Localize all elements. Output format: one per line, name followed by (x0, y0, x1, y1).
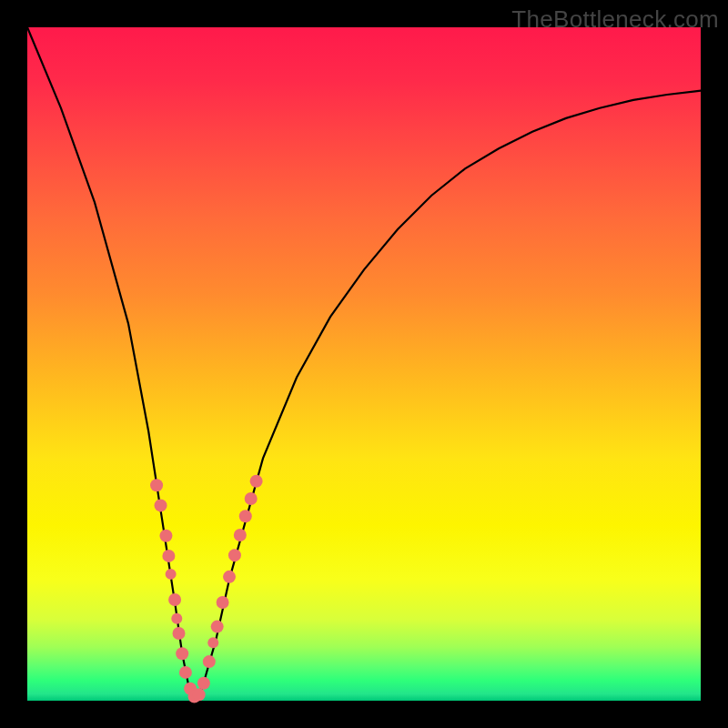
marker-dot (173, 627, 186, 640)
marker-cluster (150, 475, 263, 703)
marker-dot (179, 666, 192, 679)
marker-dot (211, 621, 224, 633)
marker-dot (217, 596, 229, 609)
marker-dot (193, 688, 206, 701)
bottleneck-curve (27, 27, 701, 701)
marker-dot (162, 550, 175, 562)
marker-dot (250, 475, 263, 488)
marker-dot (168, 593, 181, 606)
marker-dot (150, 479, 163, 491)
marker-dot (239, 510, 252, 522)
marker-dot (234, 529, 247, 541)
curve-svg (27, 27, 701, 701)
marker-dot (155, 499, 167, 511)
marker-dot (245, 492, 258, 505)
marker-dot (176, 647, 188, 660)
marker-dot (203, 655, 216, 668)
marker-dot (197, 677, 210, 690)
marker-dot (228, 549, 241, 561)
marker-dot (223, 571, 236, 583)
marker-dot (166, 569, 177, 580)
marker-dot (171, 613, 182, 624)
plot-area (27, 27, 701, 701)
marker-dot (207, 637, 218, 648)
chart-frame: TheBottleneck.com (0, 0, 728, 728)
marker-dot (159, 530, 172, 542)
watermark-text: TheBottleneck.com (511, 5, 719, 34)
